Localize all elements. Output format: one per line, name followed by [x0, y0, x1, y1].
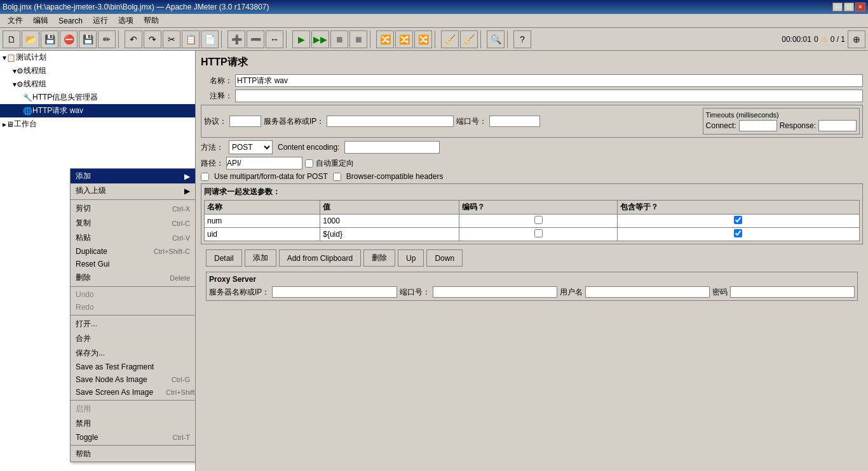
- tree-item-testplan[interactable]: ▾ 📋 测试计划: [0, 51, 195, 64]
- tb-toggle[interactable]: ↔: [266, 30, 283, 48]
- tb-expand[interactable]: ➕: [227, 30, 245, 48]
- tree-item-threadgroup2[interactable]: ▾ ⚙ 线程组: [0, 77, 195, 91]
- browser-headers-checkbox[interactable]: [333, 173, 341, 181]
- path-input[interactable]: [226, 157, 302, 169]
- new-button[interactable]: 🗋: [3, 30, 20, 48]
- tb-undo[interactable]: ↶: [125, 30, 142, 48]
- tb-remote[interactable]: 🔀: [376, 30, 394, 48]
- tb-help[interactable]: ?: [513, 30, 531, 48]
- protocol-input[interactable]: [229, 116, 261, 127]
- menu-search[interactable]: Search: [53, 15, 88, 27]
- response-input[interactable]: [818, 120, 857, 131]
- menu-file[interactable]: 文件: [3, 14, 28, 27]
- proxy-row: 服务器名称或IP： 端口号： 用户名 密码: [209, 286, 855, 298]
- ctx-help[interactable]: 帮助: [71, 447, 196, 461]
- ctx-merge[interactable]: 合并: [71, 331, 196, 346]
- tb-remote3[interactable]: 🔀: [414, 30, 432, 48]
- auto-redirect-checkbox[interactable]: [305, 159, 313, 168]
- connect-input[interactable]: [739, 120, 777, 131]
- include-checkbox[interactable]: [734, 229, 742, 237]
- table-row: uid ${uid}: [205, 228, 860, 241]
- method-row: 方法： POST GET PUT DELETE Content encoding…: [201, 140, 863, 154]
- tb-save3[interactable]: ✏: [98, 30, 116, 48]
- menu-options[interactable]: 选项: [113, 14, 139, 27]
- tb-collapse[interactable]: ➖: [247, 30, 264, 48]
- ctx-reset-gui[interactable]: Reset Gui: [71, 258, 196, 270]
- open-button[interactable]: 📂: [22, 30, 39, 48]
- tree-item-threadgroup1[interactable]: ▾ ⚙ 线程组: [0, 64, 195, 77]
- tb-error[interactable]: ⛔: [60, 30, 78, 48]
- connect-label: Connect:: [706, 121, 736, 130]
- encoding-input[interactable]: [344, 141, 440, 154]
- method-select[interactable]: POST GET PUT DELETE: [229, 140, 273, 154]
- multipart-checkbox[interactable]: [201, 173, 209, 181]
- down-button[interactable]: Down: [426, 249, 463, 267]
- close-button[interactable]: ✕: [855, 3, 865, 11]
- tb-clear2[interactable]: 🧹: [460, 30, 478, 48]
- detail-button[interactable]: Detail: [206, 249, 242, 267]
- tb-paste[interactable]: 📄: [201, 30, 219, 48]
- tb-copy[interactable]: 📋: [182, 30, 200, 48]
- menu-help[interactable]: 帮助: [139, 14, 164, 27]
- tb-stop2[interactable]: ⏹: [349, 30, 367, 48]
- menu-run[interactable]: 运行: [88, 14, 113, 27]
- maximize-button[interactable]: □: [844, 3, 854, 11]
- proxy-user-input[interactable]: [585, 286, 710, 298]
- ctx-duplicate[interactable]: Duplicate Ctrl+Shift-C: [71, 245, 196, 258]
- ctx-cut[interactable]: 剪切 Ctrl-X: [71, 201, 196, 216]
- tb-redo[interactable]: ↷: [144, 30, 161, 48]
- ctx-open[interactable]: 打开...: [71, 317, 196, 331]
- menu-edit[interactable]: 编辑: [28, 14, 53, 27]
- add-button[interactable]: 添加: [245, 249, 276, 267]
- checkboxes-row: Use multipart/form-data for POST Browser…: [201, 172, 863, 181]
- tb-page[interactable]: ⊕: [848, 30, 865, 48]
- tb-run2[interactable]: ▶▶: [311, 30, 329, 48]
- tb-cut[interactable]: ✂: [163, 30, 180, 48]
- ctx-save-fragment[interactable]: Save as Test Fragment: [71, 361, 196, 373]
- ctx-label: Save Node As Image: [76, 375, 147, 384]
- tree-item-http-request[interactable]: 🌐 HTTP请求 wav: [0, 104, 195, 117]
- port-input[interactable]: [489, 116, 540, 127]
- ctx-label: 剪切: [76, 203, 91, 214]
- name-input[interactable]: [235, 74, 863, 87]
- ctx-delete[interactable]: 删除 Delete: [71, 270, 196, 285]
- toolbar: 🗋 📂 💾 ⛔ 💾 ✏ ↶ ↷ ✂ 📋 📄 ➕ ➖ ↔ ▶ ▶▶ ⏹ ⏹ 🔀 🔀…: [0, 28, 868, 51]
- ctx-save-screen-image[interactable]: Save Screen As Image Ctrl+Shift-G: [71, 386, 196, 399]
- tree-label: HTTP请求 wav: [32, 105, 83, 116]
- save-button[interactable]: 💾: [41, 30, 58, 48]
- proxy-pass-input[interactable]: [730, 286, 855, 298]
- ctx-disable[interactable]: 禁用: [71, 416, 196, 431]
- ctx-save-as[interactable]: 保存为...: [71, 346, 196, 361]
- tb-remote2[interactable]: 🔀: [395, 30, 413, 48]
- ctx-paste[interactable]: 粘贴 Ctrl-V: [71, 230, 196, 245]
- add-from-clipboard-button[interactable]: Add from Clipboard: [279, 249, 361, 267]
- bench-icon: 🖥: [6, 120, 14, 129]
- comment-input[interactable]: [235, 90, 863, 102]
- ctx-insert-parent[interactable]: 插入上级 ▶: [71, 183, 196, 198]
- tb-clear[interactable]: 🧹: [441, 30, 459, 48]
- encoded-checkbox[interactable]: [534, 216, 543, 224]
- proxy-server-label: 服务器名称或IP：: [209, 287, 269, 298]
- ctx-label: 粘贴: [76, 232, 91, 243]
- minimize-button[interactable]: ─: [832, 3, 843, 11]
- tree-item-header-manager[interactable]: 🔧 HTTP信息头管理器: [0, 91, 195, 104]
- multipart-label: Use multipart/form-data for POST: [214, 172, 328, 181]
- delete-button[interactable]: 删除: [363, 249, 395, 267]
- ctx-copy[interactable]: 复制 Ctrl-C: [71, 216, 196, 230]
- tb-run[interactable]: ▶: [292, 30, 310, 48]
- ctx-add[interactable]: 添加 ▶: [71, 169, 196, 183]
- server-input[interactable]: [327, 116, 454, 127]
- ctx-toggle[interactable]: Toggle Ctrl-T: [71, 431, 196, 444]
- include-checkbox[interactable]: [734, 216, 742, 224]
- tree-item-workbench[interactable]: ▸ 🖥 工作台: [0, 117, 195, 131]
- up-button[interactable]: Up: [398, 249, 424, 267]
- ctx-sep-5: [71, 445, 196, 446]
- tb-stop[interactable]: ⏹: [330, 30, 348, 48]
- proxy-port-input[interactable]: [433, 286, 557, 298]
- tb-search[interactable]: 🔍: [487, 30, 505, 48]
- ctx-save-node-image[interactable]: Save Node As Image Ctrl-G: [71, 373, 196, 386]
- ctx-label: 禁用: [76, 418, 91, 429]
- encoded-checkbox[interactable]: [534, 229, 543, 237]
- tb-save2[interactable]: 💾: [79, 30, 97, 48]
- proxy-server-input[interactable]: [272, 286, 397, 298]
